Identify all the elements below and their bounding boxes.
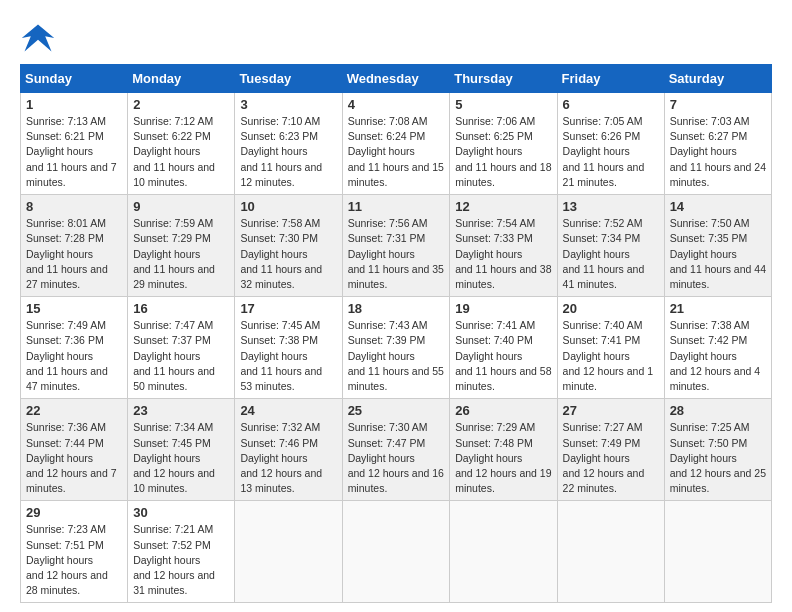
day-number: 10 [240, 199, 336, 214]
calendar-cell [664, 501, 771, 603]
cell-info: Sunrise: 7:38 AMSunset: 7:42 PMDaylight … [670, 319, 761, 392]
day-number: 2 [133, 97, 229, 112]
day-number: 16 [133, 301, 229, 316]
calendar-cell: 28 Sunrise: 7:25 AMSunset: 7:50 PMDaylig… [664, 399, 771, 501]
day-number: 14 [670, 199, 766, 214]
day-number: 17 [240, 301, 336, 316]
cell-info: Sunrise: 7:27 AMSunset: 7:49 PMDaylight … [563, 421, 645, 494]
day-number: 25 [348, 403, 445, 418]
day-number: 15 [26, 301, 122, 316]
cell-info: Sunrise: 7:59 AMSunset: 7:29 PMDaylight … [133, 217, 215, 290]
calendar-cell: 3 Sunrise: 7:10 AMSunset: 6:23 PMDayligh… [235, 93, 342, 195]
calendar-cell: 20 Sunrise: 7:40 AMSunset: 7:41 PMDaylig… [557, 297, 664, 399]
calendar-header-row: SundayMondayTuesdayWednesdayThursdayFrid… [21, 65, 772, 93]
col-header-tuesday: Tuesday [235, 65, 342, 93]
calendar-cell: 29 Sunrise: 7:23 AMSunset: 7:51 PMDaylig… [21, 501, 128, 603]
cell-info: Sunrise: 7:45 AMSunset: 7:38 PMDaylight … [240, 319, 322, 392]
day-number: 28 [670, 403, 766, 418]
calendar-cell: 10 Sunrise: 7:58 AMSunset: 7:30 PMDaylig… [235, 195, 342, 297]
calendar-cell: 17 Sunrise: 7:45 AMSunset: 7:38 PMDaylig… [235, 297, 342, 399]
calendar-week-row: 22 Sunrise: 7:36 AMSunset: 7:44 PMDaylig… [21, 399, 772, 501]
cell-info: Sunrise: 7:10 AMSunset: 6:23 PMDaylight … [240, 115, 322, 188]
calendar-cell: 22 Sunrise: 7:36 AMSunset: 7:44 PMDaylig… [21, 399, 128, 501]
cell-info: Sunrise: 7:13 AMSunset: 6:21 PMDaylight … [26, 115, 117, 188]
calendar-cell [342, 501, 450, 603]
cell-info: Sunrise: 7:21 AMSunset: 7:52 PMDaylight … [133, 523, 215, 596]
cell-info: Sunrise: 7:36 AMSunset: 7:44 PMDaylight … [26, 421, 117, 494]
day-number: 26 [455, 403, 551, 418]
calendar-cell [235, 501, 342, 603]
calendar-cell [450, 501, 557, 603]
calendar-table: SundayMondayTuesdayWednesdayThursdayFrid… [20, 64, 772, 603]
calendar-week-row: 8 Sunrise: 8:01 AMSunset: 7:28 PMDayligh… [21, 195, 772, 297]
day-number: 29 [26, 505, 122, 520]
day-number: 3 [240, 97, 336, 112]
logo-icon [20, 20, 56, 56]
day-number: 19 [455, 301, 551, 316]
day-number: 4 [348, 97, 445, 112]
cell-info: Sunrise: 7:29 AMSunset: 7:48 PMDaylight … [455, 421, 551, 494]
calendar-cell: 26 Sunrise: 7:29 AMSunset: 7:48 PMDaylig… [450, 399, 557, 501]
day-number: 21 [670, 301, 766, 316]
day-number: 22 [26, 403, 122, 418]
calendar-cell: 18 Sunrise: 7:43 AMSunset: 7:39 PMDaylig… [342, 297, 450, 399]
cell-info: Sunrise: 7:05 AMSunset: 6:26 PMDaylight … [563, 115, 645, 188]
day-number: 18 [348, 301, 445, 316]
svg-marker-0 [22, 25, 54, 52]
calendar-cell: 1 Sunrise: 7:13 AMSunset: 6:21 PMDayligh… [21, 93, 128, 195]
calendar-cell: 13 Sunrise: 7:52 AMSunset: 7:34 PMDaylig… [557, 195, 664, 297]
cell-info: Sunrise: 7:40 AMSunset: 7:41 PMDaylight … [563, 319, 654, 392]
cell-info: Sunrise: 7:43 AMSunset: 7:39 PMDaylight … [348, 319, 444, 392]
calendar-cell: 19 Sunrise: 7:41 AMSunset: 7:40 PMDaylig… [450, 297, 557, 399]
day-number: 23 [133, 403, 229, 418]
col-header-monday: Monday [128, 65, 235, 93]
col-header-thursday: Thursday [450, 65, 557, 93]
calendar-cell: 7 Sunrise: 7:03 AMSunset: 6:27 PMDayligh… [664, 93, 771, 195]
day-number: 30 [133, 505, 229, 520]
calendar-cell: 6 Sunrise: 7:05 AMSunset: 6:26 PMDayligh… [557, 93, 664, 195]
cell-info: Sunrise: 8:01 AMSunset: 7:28 PMDaylight … [26, 217, 108, 290]
cell-info: Sunrise: 7:08 AMSunset: 6:24 PMDaylight … [348, 115, 444, 188]
day-number: 27 [563, 403, 659, 418]
calendar-cell: 8 Sunrise: 8:01 AMSunset: 7:28 PMDayligh… [21, 195, 128, 297]
calendar-cell: 15 Sunrise: 7:49 AMSunset: 7:36 PMDaylig… [21, 297, 128, 399]
cell-info: Sunrise: 7:41 AMSunset: 7:40 PMDaylight … [455, 319, 551, 392]
calendar-week-row: 29 Sunrise: 7:23 AMSunset: 7:51 PMDaylig… [21, 501, 772, 603]
day-number: 1 [26, 97, 122, 112]
cell-info: Sunrise: 7:23 AMSunset: 7:51 PMDaylight … [26, 523, 108, 596]
col-header-wednesday: Wednesday [342, 65, 450, 93]
calendar-cell: 24 Sunrise: 7:32 AMSunset: 7:46 PMDaylig… [235, 399, 342, 501]
calendar-week-row: 1 Sunrise: 7:13 AMSunset: 6:21 PMDayligh… [21, 93, 772, 195]
calendar-cell: 11 Sunrise: 7:56 AMSunset: 7:31 PMDaylig… [342, 195, 450, 297]
day-number: 8 [26, 199, 122, 214]
calendar-cell: 4 Sunrise: 7:08 AMSunset: 6:24 PMDayligh… [342, 93, 450, 195]
page-header [20, 20, 772, 56]
calendar-cell: 30 Sunrise: 7:21 AMSunset: 7:52 PMDaylig… [128, 501, 235, 603]
day-number: 5 [455, 97, 551, 112]
cell-info: Sunrise: 7:03 AMSunset: 6:27 PMDaylight … [670, 115, 766, 188]
calendar-cell: 23 Sunrise: 7:34 AMSunset: 7:45 PMDaylig… [128, 399, 235, 501]
cell-info: Sunrise: 7:12 AMSunset: 6:22 PMDaylight … [133, 115, 215, 188]
day-number: 9 [133, 199, 229, 214]
cell-info: Sunrise: 7:30 AMSunset: 7:47 PMDaylight … [348, 421, 444, 494]
day-number: 6 [563, 97, 659, 112]
cell-info: Sunrise: 7:47 AMSunset: 7:37 PMDaylight … [133, 319, 215, 392]
calendar-cell: 12 Sunrise: 7:54 AMSunset: 7:33 PMDaylig… [450, 195, 557, 297]
cell-info: Sunrise: 7:32 AMSunset: 7:46 PMDaylight … [240, 421, 322, 494]
calendar-cell: 21 Sunrise: 7:38 AMSunset: 7:42 PMDaylig… [664, 297, 771, 399]
day-number: 7 [670, 97, 766, 112]
cell-info: Sunrise: 7:49 AMSunset: 7:36 PMDaylight … [26, 319, 108, 392]
calendar-cell: 9 Sunrise: 7:59 AMSunset: 7:29 PMDayligh… [128, 195, 235, 297]
calendar-cell: 2 Sunrise: 7:12 AMSunset: 6:22 PMDayligh… [128, 93, 235, 195]
day-number: 11 [348, 199, 445, 214]
cell-info: Sunrise: 7:58 AMSunset: 7:30 PMDaylight … [240, 217, 322, 290]
calendar-cell: 14 Sunrise: 7:50 AMSunset: 7:35 PMDaylig… [664, 195, 771, 297]
col-header-saturday: Saturday [664, 65, 771, 93]
calendar-week-row: 15 Sunrise: 7:49 AMSunset: 7:36 PMDaylig… [21, 297, 772, 399]
cell-info: Sunrise: 7:34 AMSunset: 7:45 PMDaylight … [133, 421, 215, 494]
day-number: 13 [563, 199, 659, 214]
cell-info: Sunrise: 7:50 AMSunset: 7:35 PMDaylight … [670, 217, 766, 290]
cell-info: Sunrise: 7:06 AMSunset: 6:25 PMDaylight … [455, 115, 551, 188]
col-header-friday: Friday [557, 65, 664, 93]
cell-info: Sunrise: 7:25 AMSunset: 7:50 PMDaylight … [670, 421, 766, 494]
